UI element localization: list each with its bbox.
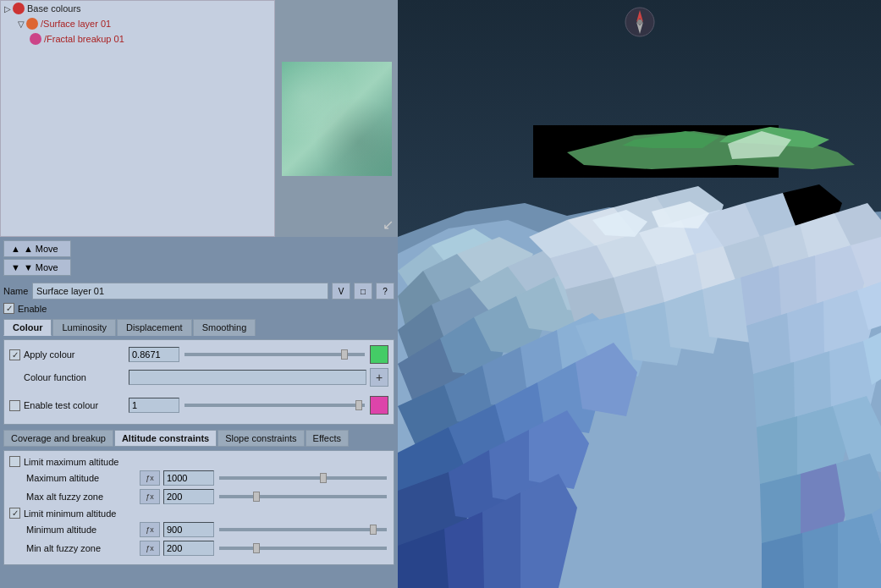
- move-up-icon: ▲: [11, 244, 20, 254]
- test-colour-row: Enable test colour: [9, 396, 388, 415]
- tab-smoothing[interactable]: Smoothing: [193, 319, 256, 336]
- max-fuzzy-input[interactable]: [163, 489, 214, 504]
- max-alt-input[interactable]: [163, 470, 214, 486]
- min-alt-row: Minimum altitude ƒx: [26, 522, 388, 537]
- tree-icon-surface: [26, 18, 38, 30]
- texture-preview: [282, 62, 392, 176]
- max-alt-row: Maximum altitude ƒx: [26, 470, 388, 486]
- name-row: Name V □ ?: [3, 283, 394, 299]
- min-fuzzy-input[interactable]: [163, 541, 214, 556]
- max-alt-thumb: [320, 473, 327, 483]
- limit-min-label: Limit minimum altitude: [24, 508, 134, 519]
- tab-slope[interactable]: Slope constraints: [217, 430, 304, 447]
- apply-colour-value[interactable]: [129, 347, 179, 362]
- max-alt-slider[interactable]: [219, 476, 387, 480]
- test-colour-value[interactable]: [129, 398, 179, 413]
- min-fuzzy-slider[interactable]: [219, 547, 387, 550]
- tree-item-base-colours[interactable]: ▷ Base colours: [1, 1, 274, 16]
- tree-label-surface: /Surface layer 01: [41, 19, 111, 29]
- test-colour-swatch[interactable]: [370, 396, 388, 415]
- name-square-button[interactable]: □: [354, 283, 372, 299]
- apply-colour-checkbox[interactable]: [9, 349, 20, 360]
- move-up-button[interactable]: ▲ ▲ Move: [3, 240, 71, 257]
- move-down-button[interactable]: ▼ ▼ Move: [3, 259, 71, 276]
- max-fuzzy-row: Max alt fuzzy zone ƒx: [26, 489, 388, 504]
- enable-label: Enable: [18, 304, 47, 314]
- properties-panel: Name V □ ? Enable Colour Luminosity Disp…: [0, 279, 398, 588]
- colour-function-add-button[interactable]: +: [370, 368, 388, 387]
- tab-luminosity[interactable]: Luminosity: [52, 319, 116, 336]
- svg-marker-90: [838, 514, 881, 588]
- min-alt-func-icon[interactable]: ƒx: [140, 522, 160, 537]
- min-fuzzy-func-icon[interactable]: ƒx: [140, 541, 160, 556]
- move-buttons-container: ▲ ▲ Move ▼ ▼ Move: [0, 237, 398, 279]
- top-section: ▷ Base colours ▽ /Surface layer 01 /Frac…: [0, 0, 398, 237]
- limit-max-label: Limit maximum altitude: [24, 457, 134, 467]
- terrain-svg: [398, 0, 881, 588]
- colour-tab-content: Apply colour Colour function + Enable te…: [3, 339, 394, 425]
- enable-checkbox[interactable]: [3, 303, 14, 314]
- terrain-viewport: [398, 0, 881, 588]
- colour-function-input[interactable]: [129, 370, 366, 385]
- compass-widget[interactable]: [625, 7, 655, 37]
- max-alt-func-icon[interactable]: ƒx: [140, 470, 160, 486]
- tree-item-surface-layer[interactable]: ▽ /Surface layer 01: [14, 16, 274, 31]
- min-alt-thumb: [370, 525, 377, 535]
- max-fuzzy-label: Max alt fuzzy zone: [26, 492, 136, 502]
- tree-arrow-base: ▷: [4, 4, 11, 14]
- min-fuzzy-row: Min alt fuzzy zone ƒx: [26, 541, 388, 556]
- test-colour-thumb: [355, 400, 362, 410]
- max-fuzzy-func-icon[interactable]: ƒx: [140, 489, 160, 504]
- max-fuzzy-slider[interactable]: [219, 495, 387, 498]
- test-colour-label: Enable test colour: [24, 400, 125, 410]
- altitude-constraints-content: Limit maximum altitude Maximum altitude …: [3, 450, 394, 565]
- test-colour-slider[interactable]: [184, 404, 365, 407]
- min-alt-input[interactable]: [163, 522, 214, 537]
- apply-colour-slider[interactable]: [184, 353, 365, 356]
- tab-colour[interactable]: Colour: [3, 319, 52, 336]
- preview-panel: ↙: [275, 0, 398, 237]
- bottom-tab-bar: Coverage and breakup Altitude constraint…: [3, 430, 394, 447]
- test-colour-checkbox[interactable]: [9, 400, 20, 411]
- min-fuzzy-label: Min alt fuzzy zone: [26, 543, 136, 553]
- limit-max-row: Limit maximum altitude: [9, 456, 388, 467]
- name-input[interactable]: [32, 283, 328, 299]
- tree-label-base: Base colours: [27, 3, 81, 14]
- tree-icon-base: [13, 3, 25, 14]
- colour-tab-bar: Colour Luminosity Displacement Smoothing: [3, 319, 394, 336]
- max-alt-label: Maximum altitude: [26, 473, 136, 483]
- max-fuzzy-thumb: [253, 492, 260, 502]
- tab-displacement[interactable]: Displacement: [117, 319, 192, 336]
- apply-colour-label: Apply colour: [24, 349, 125, 360]
- svg-point-3: [637, 19, 642, 25]
- preview-expand-icon[interactable]: ↙: [383, 217, 394, 233]
- name-label: Name: [3, 286, 29, 296]
- tree-icon-fractal: [30, 33, 41, 45]
- colour-function-label: Colour function: [24, 372, 125, 382]
- left-panel: ▷ Base colours ▽ /Surface layer 01 /Frac…: [0, 0, 398, 588]
- min-alt-slider[interactable]: [219, 528, 387, 531]
- apply-colour-row: Apply colour: [9, 345, 388, 364]
- tab-altitude[interactable]: Altitude constraints: [114, 430, 217, 447]
- layer-tree: ▷ Base colours ▽ /Surface layer 01 /Frac…: [0, 0, 275, 237]
- tree-arrow-surface: ▽: [18, 19, 25, 29]
- enable-row: Enable: [3, 303, 394, 314]
- tab-coverage[interactable]: Coverage and breakup: [3, 430, 113, 447]
- min-fuzzy-thumb: [253, 543, 260, 553]
- apply-colour-swatch[interactable]: [370, 345, 388, 364]
- move-down-icon: ▼: [11, 262, 20, 272]
- move-up-label: ▲ Move: [24, 244, 58, 254]
- name-v-button[interactable]: V: [332, 283, 350, 299]
- min-alt-label: Minimum altitude: [26, 525, 136, 535]
- tree-item-fractal[interactable]: /Fractal breakup 01: [26, 31, 274, 47]
- limit-max-checkbox[interactable]: [9, 456, 20, 467]
- name-help-button[interactable]: ?: [376, 283, 394, 299]
- tab-effects[interactable]: Effects: [306, 430, 349, 447]
- move-down-label: ▼ Move: [24, 262, 58, 272]
- tree-label-fractal: /Fractal breakup 01: [44, 34, 124, 44]
- limit-min-checkbox[interactable]: [9, 508, 20, 519]
- apply-colour-thumb: [341, 349, 348, 360]
- colour-function-row: Colour function +: [9, 368, 388, 387]
- limit-min-row: Limit minimum altitude: [9, 508, 388, 519]
